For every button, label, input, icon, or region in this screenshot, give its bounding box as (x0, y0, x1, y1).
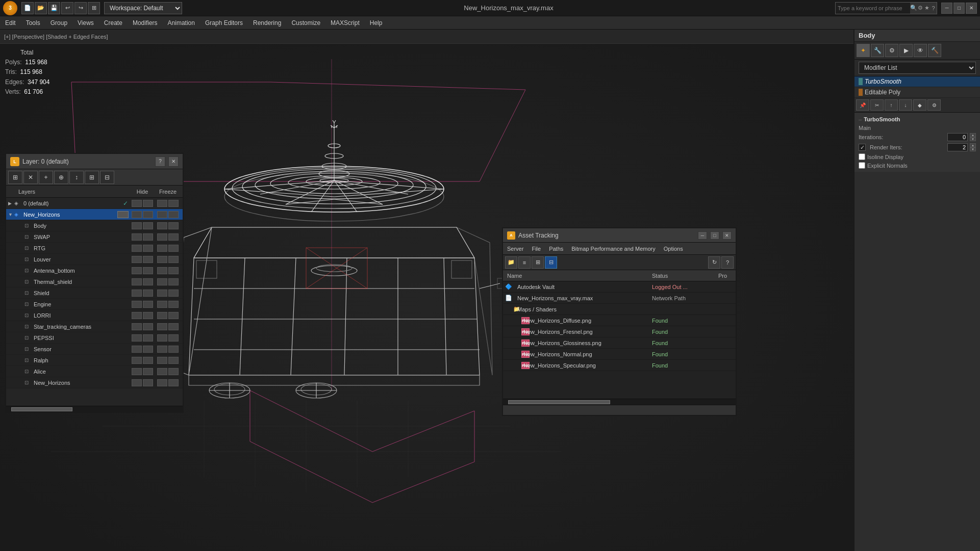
menu-rendering[interactable]: Rendering (248, 17, 286, 29)
freeze-btn2[interactable] (168, 334, 179, 342)
layers-help-button[interactable]: ? (155, 156, 165, 167)
hide-btn2[interactable] (143, 323, 153, 330)
hierarchy-tab[interactable]: ⚙ (885, 44, 898, 57)
render-iters-input[interactable] (947, 143, 968, 151)
asset-row[interactable]: 🔷 Autodesk Vault Logged Out ... (503, 281, 736, 293)
freeze-btn2[interactable] (168, 278, 179, 285)
render-iters-up[interactable]: ▲ (970, 143, 976, 147)
layer-item[interactable]: ⊡ RTG (6, 243, 183, 254)
new-button[interactable]: 📄 (21, 2, 34, 14)
explicit-normals-checkbox[interactable] (859, 162, 865, 169)
freeze-btn[interactable] (157, 245, 167, 252)
asset-close-button[interactable]: ✕ (722, 231, 732, 240)
freeze-btn2[interactable] (168, 323, 179, 330)
layers-add-selection-button[interactable]: ⊕ (54, 171, 68, 184)
freeze-btn2[interactable] (168, 290, 179, 297)
open-button[interactable]: 📂 (35, 2, 47, 14)
menu-help[interactable]: Help (365, 17, 388, 29)
hide-btn2[interactable] (143, 245, 153, 252)
menu-customize[interactable]: Customize (286, 17, 325, 29)
menu-tools[interactable]: Tools (21, 17, 45, 29)
asset-tb-3[interactable]: ⊞ (532, 256, 544, 269)
hide-btn2[interactable] (143, 200, 153, 207)
make-unique-button[interactable]: ◆ (913, 99, 926, 111)
freeze-btn2[interactable] (168, 245, 179, 252)
minimize-button[interactable]: ─ (941, 3, 952, 14)
menu-group[interactable]: Group (45, 17, 72, 29)
freeze-btn[interactable] (157, 222, 167, 229)
asset-menu-server[interactable]: Server (503, 244, 527, 253)
hide-btn[interactable] (132, 200, 142, 207)
layers-expand-button[interactable]: ⊞ (85, 171, 99, 184)
save-button[interactable]: 💾 (48, 2, 60, 14)
hide-btn[interactable] (132, 346, 142, 353)
freeze-btn[interactable] (157, 200, 167, 207)
hide-btn2[interactable] (143, 267, 153, 274)
layer-item[interactable]: ⊡ Body (6, 220, 183, 231)
layer-item[interactable]: ⊡ Louver (6, 254, 183, 265)
layer-item[interactable]: ⊡ Thermal_shield (6, 276, 183, 287)
hide-btn[interactable] (132, 211, 142, 218)
asset-row[interactable]: PNG New_Horizons_Fresnel.png Found (503, 326, 736, 337)
hide-btn2[interactable] (143, 334, 153, 342)
modifier-list-dropdown[interactable]: Modifier List (859, 62, 976, 74)
menu-graph-editors[interactable]: Graph Editors (200, 17, 248, 29)
asset-scroll-thumb[interactable] (508, 400, 610, 404)
asset-menu-file[interactable]: File (527, 244, 545, 253)
hide-btn[interactable] (132, 256, 142, 263)
asset-row[interactable]: 📄 New_Horizons_max_vray.max Network Path (503, 293, 736, 304)
remove-modifier-button[interactable]: ✂ (870, 99, 884, 111)
asset-menu-paths[interactable]: Paths (545, 244, 567, 253)
menu-create[interactable]: Create (99, 17, 128, 29)
asset-help-button[interactable]: ? (721, 256, 734, 269)
hide-btn2[interactable] (143, 312, 153, 319)
move-up-button[interactable]: ↑ (885, 99, 898, 111)
freeze-btn2[interactable] (168, 267, 179, 274)
layers-close-button[interactable]: ✕ (168, 156, 179, 167)
bookmark-button[interactable]: ★ (924, 3, 931, 14)
hide-btn[interactable] (132, 222, 142, 229)
layers-collapse-button[interactable]: ⊟ (100, 171, 114, 184)
layer-item[interactable]: ⊡ Alice (6, 366, 183, 377)
asset-row[interactable]: 📁 Maps / Shaders (503, 304, 736, 315)
freeze-btn[interactable] (157, 368, 167, 375)
layer-item[interactable]: ⊡ Sensor (6, 344, 183, 355)
hide-btn[interactable] (132, 323, 142, 330)
asset-row[interactable]: PNG New_Horizons_Normal.png Found (503, 349, 736, 360)
freeze-btn2[interactable] (168, 379, 179, 386)
help-button[interactable]: ? (930, 3, 937, 14)
modify-tab[interactable]: 🔧 (871, 44, 884, 57)
freeze-btn2[interactable] (168, 368, 179, 375)
layer-item[interactable]: ⊡ PEPSSI (6, 332, 183, 344)
hide-btn2[interactable] (143, 278, 153, 285)
freeze-btn[interactable] (157, 334, 167, 342)
hide-btn[interactable] (132, 379, 142, 386)
layer-item[interactable]: ▶ ◈ 0 (default) ✓ (6, 198, 183, 209)
asset-menu-bitmap[interactable]: Bitmap Performance and Memory (567, 244, 659, 253)
iterations-input[interactable] (947, 133, 968, 141)
display-tab[interactable]: 👁 (914, 44, 927, 57)
freeze-btn[interactable] (157, 323, 167, 330)
hide-btn2[interactable] (143, 290, 153, 297)
hide-btn[interactable] (132, 312, 142, 319)
layer-item[interactable]: ⊡ New_Horizons (6, 377, 183, 388)
menu-maxscript[interactable]: MAXScript (325, 17, 365, 29)
layer-item[interactable]: ⊡ Ralph (6, 355, 183, 366)
asset-menu-options[interactable]: Options (660, 244, 687, 253)
layer-visibility-box[interactable] (117, 211, 129, 218)
freeze-btn[interactable] (157, 256, 167, 263)
workspace-selector[interactable]: Workspace: Default (104, 2, 182, 14)
utilities-tab[interactable]: 🔨 (928, 44, 941, 57)
freeze-btn[interactable] (157, 233, 167, 241)
freeze-btn2[interactable] (168, 346, 179, 353)
layer-item[interactable]: ⊡ Star_tracking_cameras (6, 321, 183, 332)
render-iters-checkbox[interactable]: ✓ (859, 144, 866, 151)
freeze-btn[interactable] (157, 379, 167, 386)
hide-btn2[interactable] (143, 233, 153, 241)
iterations-up[interactable]: ▲ (970, 133, 976, 137)
layers-scroll-thumb[interactable] (11, 407, 72, 411)
search-button[interactable]: 🔍 (910, 3, 917, 14)
freeze-btn[interactable] (157, 312, 167, 319)
asset-scrollbar[interactable] (503, 399, 736, 405)
turbo-collapse-row[interactable]: – TurboSmooth (859, 115, 976, 124)
